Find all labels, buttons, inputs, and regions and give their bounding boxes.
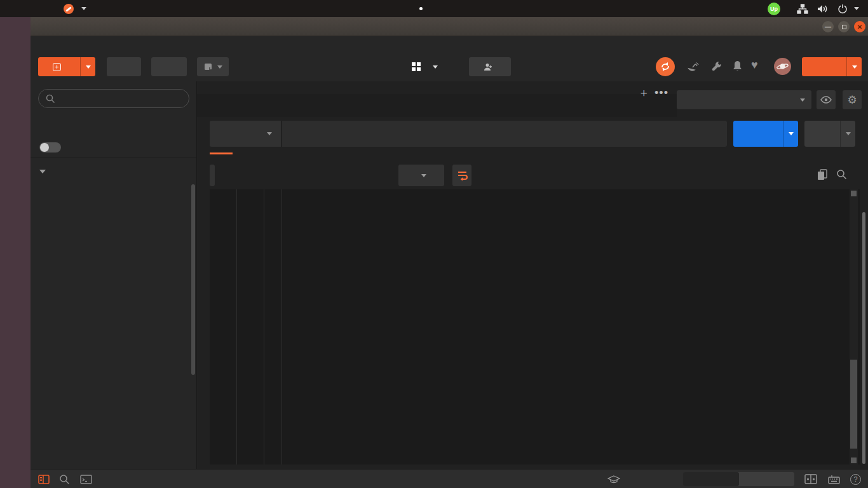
help-button[interactable]: ? [850, 470, 861, 488]
environment-selector[interactable] [677, 90, 811, 109]
copy-response-button[interactable] [817, 169, 827, 180]
clock[interactable] [413, 0, 423, 17]
two-pane-view-button[interactable] [804, 470, 817, 488]
find-button[interactable] [59, 470, 70, 488]
gear-icon: ⚙ [847, 93, 857, 107]
collapse-arrow-icon [39, 170, 46, 173]
save-button[interactable] [804, 121, 840, 147]
system-menu-chevron-icon[interactable] [854, 0, 859, 17]
search-response-button[interactable] [836, 169, 847, 180]
window-titlebar[interactable]: — ✕ [31, 17, 868, 36]
upwork-tray-icon[interactable]: Up [768, 0, 780, 17]
sidebar-scrollbar[interactable] [191, 184, 195, 375]
console-button[interactable] [80, 470, 92, 488]
request-pane: ＋ ••• ⚙ [197, 81, 868, 469]
history-list [31, 180, 197, 469]
pane-scrollbar[interactable] [862, 212, 865, 464]
close-button[interactable]: ✕ [854, 21, 865, 32]
search-icon [59, 474, 70, 485]
new-window-icon [204, 63, 214, 71]
postman-app-icon [64, 4, 74, 14]
copy-icon [817, 169, 827, 180]
eye-icon [820, 96, 832, 104]
filter-input[interactable] [38, 89, 189, 108]
question-icon: ? [850, 474, 861, 485]
add-tab-button[interactable]: ＋ [634, 84, 653, 102]
keyboard-icon [828, 475, 840, 484]
response-format-select[interactable] [398, 165, 444, 186]
wrap-text-icon [457, 170, 468, 180]
send-dropdown-button[interactable] [783, 121, 798, 147]
upgrade-button[interactable] [802, 57, 846, 76]
sidebar-toggle-icon [38, 475, 50, 484]
minimize-button[interactable]: — [822, 21, 834, 32]
workspace-switcher[interactable] [374, 57, 475, 76]
save-responses-toggle[interactable] [39, 142, 61, 152]
bell-icon[interactable] [732, 60, 743, 72]
save-dropdown-button[interactable] [840, 121, 855, 147]
shortcuts-button[interactable] [828, 470, 840, 488]
toggle-sidebar-button[interactable] [38, 470, 50, 488]
send-button[interactable] [733, 121, 783, 147]
tab-options-button[interactable]: ••• [652, 84, 671, 102]
network-icon[interactable] [797, 0, 808, 17]
chevron-down-icon [800, 98, 805, 102]
browse-tab[interactable] [739, 472, 795, 486]
plus-icon: + [53, 63, 61, 71]
volume-icon[interactable] [817, 0, 829, 17]
main-toolbar: + ♥ [31, 52, 868, 81]
satellite-icon[interactable] [687, 61, 700, 72]
bootcamp-button[interactable] [607, 470, 625, 488]
scroll-up-button[interactable] [851, 191, 857, 196]
url-input[interactable] [282, 121, 727, 147]
graduation-cap-icon [607, 475, 620, 484]
notification-dot-icon [419, 7, 423, 10]
environment-settings-button[interactable]: ⚙ [843, 90, 862, 109]
environment-quicklook-button[interactable] [817, 90, 836, 109]
save-responses-row [31, 137, 197, 158]
wrap-text-button[interactable] [452, 165, 471, 186]
new-button[interactable]: + [38, 57, 80, 76]
response-view-tabs [210, 165, 215, 186]
scrollbar-thumb[interactable] [850, 360, 857, 449]
wrench-icon[interactable] [711, 60, 723, 72]
chevron-down-icon [421, 174, 426, 177]
maximize-button[interactable] [838, 21, 850, 32]
runner-button[interactable] [151, 57, 187, 76]
sync-status-icon[interactable] [656, 57, 675, 76]
upgrade-dropdown-button[interactable] [846, 57, 862, 76]
saturn-icon [776, 62, 789, 71]
console-icon [80, 475, 92, 484]
response-scrollbar[interactable] [850, 189, 858, 464]
search-icon [836, 169, 847, 180]
response-body[interactable] [210, 189, 860, 464]
open-new-window-button[interactable] [197, 57, 229, 76]
user-avatar[interactable] [774, 58, 791, 75]
sidebar-tabs [31, 113, 197, 133]
scroll-down-button[interactable] [851, 458, 857, 463]
gnome-top-panel: Up [0, 0, 868, 17]
chevron-down-icon [267, 132, 272, 135]
workspace-grid-icon [412, 62, 421, 71]
menu-bar [31, 36, 868, 52]
heart-icon[interactable]: ♥ [751, 58, 758, 72]
build-tab[interactable] [683, 472, 739, 486]
sidebar [31, 81, 197, 469]
two-pane-icon [804, 474, 817, 484]
ubuntu-dock [0, 17, 31, 488]
power-icon[interactable] [837, 0, 848, 17]
invite-button[interactable] [469, 57, 511, 76]
status-bar: ? [31, 469, 868, 488]
chevron-down-icon [81, 7, 86, 10]
app-menu[interactable] [64, 0, 86, 17]
history-group-today[interactable] [31, 163, 197, 180]
active-section-underline [210, 152, 233, 154]
import-button[interactable] [107, 57, 141, 76]
invite-person-icon [484, 63, 492, 71]
build-browse-toggle [683, 472, 794, 486]
request-tab-strip [197, 94, 677, 117]
method-select[interactable] [210, 121, 281, 147]
new-dropdown-button[interactable] [80, 57, 95, 76]
